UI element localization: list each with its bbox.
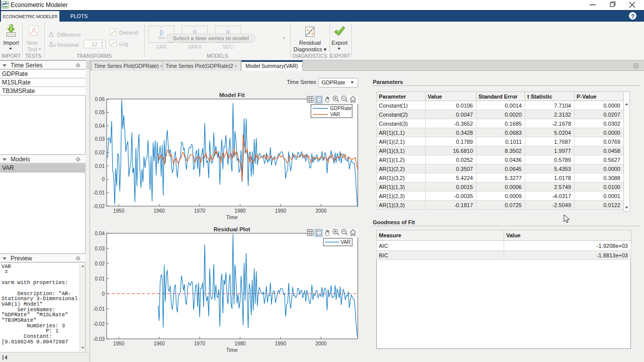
svg-text:1960: 1960 [153, 208, 165, 214]
svg-text:0.05: 0.05 [95, 110, 105, 115]
svg-text:0.03: 0.03 [95, 136, 105, 142]
svg-text:-0.01: -0.01 [93, 306, 105, 312]
svg-text:1990: 1990 [275, 208, 286, 214]
svg-text:-0.01: -0.01 [93, 190, 105, 196]
svg-text:1980: 1980 [234, 341, 246, 346]
svg-text:0.03: 0.03 [95, 246, 105, 251]
svg-text:0.01: 0.01 [95, 163, 105, 169]
svg-text:-0.02: -0.02 [93, 321, 105, 327]
svg-text:0.01: 0.01 [95, 276, 105, 282]
svg-text:Residual Plot: Residual Plot [214, 226, 251, 232]
svg-text:2000: 2000 [315, 341, 327, 346]
svg-text:0.04: 0.04 [95, 123, 105, 129]
svg-text:0: 0 [102, 176, 105, 182]
svg-text:VAR: VAR [341, 239, 351, 245]
svg-text:0.04: 0.04 [95, 231, 105, 236]
svg-text:1990: 1990 [275, 341, 286, 346]
svg-text:1980: 1980 [234, 208, 246, 214]
svg-text:2000: 2000 [315, 208, 327, 214]
svg-text:1970: 1970 [194, 341, 206, 346]
svg-text:0: 0 [102, 291, 105, 297]
svg-text:0.02: 0.02 [95, 150, 105, 155]
svg-text:1950: 1950 [113, 208, 125, 214]
svg-text:?: ? [631, 13, 634, 19]
svg-text:Time: Time [226, 214, 238, 220]
svg-text:1950: 1950 [113, 341, 125, 346]
svg-text:-0.03: -0.03 [93, 336, 105, 342]
svg-text:Model Fit: Model Fit [219, 92, 245, 98]
svg-text:1970: 1970 [194, 208, 206, 214]
svg-text:-0.02: -0.02 [93, 204, 105, 209]
svg-text:0.06: 0.06 [95, 97, 105, 102]
svg-text:GDPRate: GDPRate [330, 106, 352, 111]
svg-text:VAR: VAR [330, 112, 340, 117]
svg-text:Time: Time [226, 347, 238, 353]
svg-text:1960: 1960 [153, 341, 165, 346]
svg-text:0.02: 0.02 [95, 261, 105, 266]
